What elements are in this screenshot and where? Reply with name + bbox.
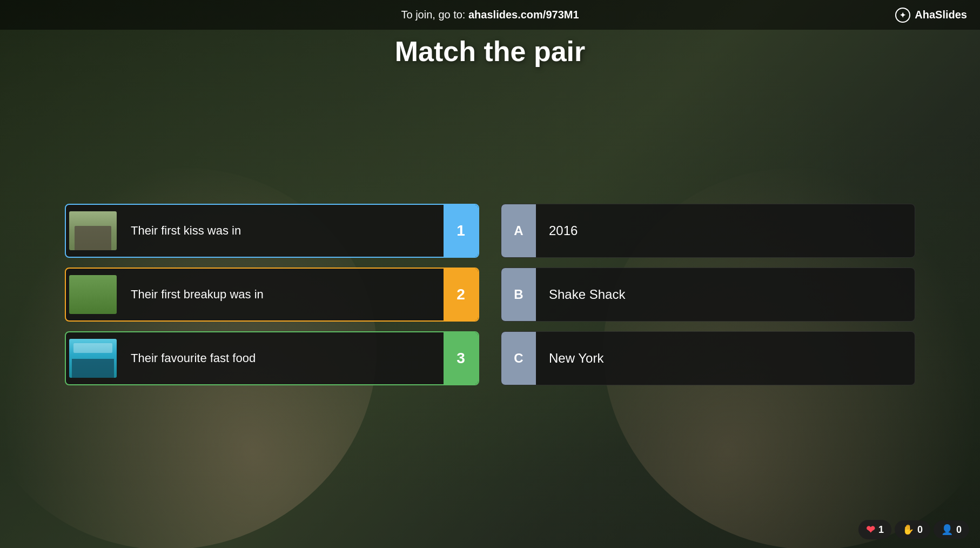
restaurant-scene-3 [69, 339, 117, 378]
question-card-2[interactable]: Their first breakup was in 2 [65, 268, 479, 322]
answer-c-text: New York [536, 332, 915, 385]
question-3-image [66, 332, 120, 384]
question-1-text: Their first kiss was in [120, 205, 444, 257]
persons-count: 0 [956, 524, 962, 536]
answer-card-c[interactable]: C New York [501, 331, 915, 385]
answer-card-a[interactable]: A 2016 [501, 204, 915, 258]
hands-stat: ✋ 0 [895, 520, 930, 539]
hearts-stat: ❤ 1 [858, 520, 891, 539]
answer-card-b[interactable]: B Shake Shack [501, 268, 915, 322]
answer-a-text: 2016 [536, 204, 915, 257]
ahaslides-logo: ✦ AhaSlides [895, 8, 967, 23]
question-2-text: Their first breakup was in [120, 269, 444, 320]
join-text: To join, go to: ahaslides.com/973M1 [401, 9, 579, 21]
hearts-count: 1 [878, 524, 884, 536]
question-2-image [66, 269, 120, 320]
question-3-number: 3 [444, 332, 478, 384]
answer-b-text: Shake Shack [536, 268, 915, 321]
question-3-text: Their favourite fast food [120, 332, 444, 384]
answer-c-letter: C [501, 332, 536, 385]
page-title: Match the pair [0, 35, 980, 68]
join-url: ahaslides.com/973M1 [468, 9, 579, 21]
answer-a-letter: A [501, 204, 536, 257]
top-bar: To join, go to: ahaslides.com/973M1 ✦ Ah… [0, 0, 980, 30]
questions-column: Their first kiss was in 1 Their first br… [65, 84, 479, 505]
persons-stat: 👤 0 [934, 520, 969, 539]
tree-scene-2 [69, 275, 117, 314]
question-card-3[interactable]: Their favourite fast food 3 [65, 331, 479, 385]
question-1-image [66, 205, 120, 257]
hands-count: 0 [917, 524, 923, 536]
join-prefix: To join, go to: [401, 9, 468, 21]
question-card-1[interactable]: Their first kiss was in 1 [65, 204, 479, 258]
logo-icon: ✦ [895, 8, 910, 23]
question-2-number: 2 [444, 269, 478, 320]
logo-text: AhaSlides [915, 9, 967, 21]
raised-hand-icon: ✋ [902, 524, 914, 536]
heart-icon: ❤ [866, 523, 875, 536]
answer-b-letter: B [501, 268, 536, 321]
question-1-number: 1 [444, 205, 478, 257]
person-icon: 👤 [941, 524, 953, 536]
answers-column: A 2016 B Shake Shack C New York [501, 84, 915, 505]
content-area: Their first kiss was in 1 Their first br… [65, 84, 915, 505]
building-scene-1 [69, 211, 117, 250]
stats-bar: ❤ 1 ✋ 0 👤 0 [858, 520, 969, 539]
